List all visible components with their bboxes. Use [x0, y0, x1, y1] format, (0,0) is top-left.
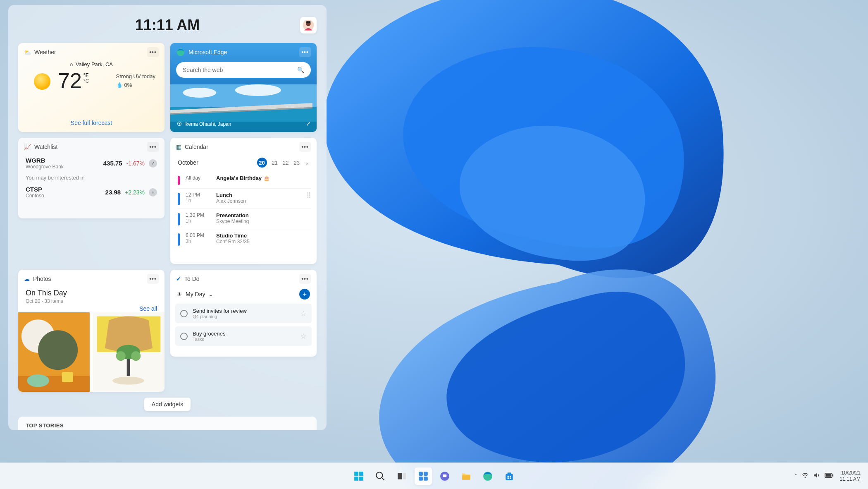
svg-rect-33 [403, 473, 406, 479]
svg-line-31 [382, 477, 384, 480]
weather-widget[interactable]: ⛅Weather ••• ⌂Valley Park, CA [18, 43, 165, 132]
user-avatar[interactable] [300, 17, 317, 34]
volume-icon[interactable] [813, 472, 820, 480]
svg-rect-47 [510, 477, 511, 479]
calendar-event[interactable]: 6:00 PM3hStudio TimeConf Rm 32/35 [178, 229, 311, 249]
stock-change: -1.67% [126, 160, 145, 167]
edge-search-input[interactable]: Search the web 🔍 [176, 62, 311, 78]
watchlist-item[interactable]: WGRB Woodgrove Bank 435.75 -1.67% ✓ [18, 154, 165, 172]
calendar-day[interactable]: 23 [294, 160, 300, 166]
sun-icon: ☀ [177, 291, 182, 297]
todo-list-selector[interactable]: ☀ My Day ⌄ [177, 291, 213, 297]
expand-icon[interactable]: ⤢ [306, 120, 311, 127]
svg-rect-46 [508, 477, 509, 479]
svg-rect-37 [424, 477, 428, 481]
droplet-icon: 💧 [116, 82, 123, 88]
calendar-title: Calendar [185, 144, 208, 150]
svg-point-24 [131, 351, 141, 361]
star-icon[interactable]: ☆ [300, 309, 307, 318]
panel-clock: 11:11 AM [35, 17, 300, 34]
calendar-icon: ▦ [176, 144, 181, 150]
watchlist-item[interactable]: CTSP Contoso 23.98 +2.23% + [18, 183, 165, 201]
svg-point-8 [235, 84, 281, 96]
calendar-day[interactable]: 21 [272, 160, 278, 166]
drag-handle-icon[interactable]: •••••• [307, 192, 311, 198]
edge-widget[interactable]: Microsoft Edge ••• Search the web 🔍 [170, 43, 317, 132]
todo-checkbox[interactable] [180, 333, 188, 340]
tray-chevron-icon[interactable]: ˄ [794, 473, 797, 479]
calendar-widget[interactable]: ▦Calendar ••• October 20 21 22 23 ⌄ All … [170, 138, 317, 264]
search-icon: 🔍 [297, 67, 304, 73]
start-button[interactable] [350, 467, 367, 485]
weather-forecast-link[interactable]: See full forecast [18, 120, 165, 126]
add-icon[interactable]: + [149, 188, 157, 197]
photos-widget[interactable]: ☁Photos ••• On This Day Oct 20 · 33 item… [18, 270, 165, 392]
svg-rect-34 [419, 472, 423, 476]
svg-point-7 [183, 88, 216, 98]
calendar-month: October [178, 159, 198, 166]
unit-f[interactable]: °F [83, 72, 89, 78]
chevron-down-icon[interactable]: ⌄ [305, 160, 309, 166]
battery-icon[interactable] [825, 472, 834, 479]
file-explorer-button[interactable] [458, 467, 475, 485]
weather-precip: 0% [124, 82, 132, 88]
weather-more-button[interactable]: ••• [147, 47, 159, 57]
photos-more-button[interactable]: ••• [147, 274, 159, 284]
add-widgets-button[interactable]: Add widgets [144, 398, 191, 411]
todo-widget[interactable]: ✔To Do ••• ☀ My Day ⌄ ＋ Send invites for… [170, 270, 317, 357]
edge-location: Ikema Ohashi, Japan [184, 121, 231, 127]
svg-point-4 [34, 73, 50, 90]
calendar-day-today[interactable]: 20 [257, 158, 267, 168]
calendar-event[interactable]: 1:30 PM1hPresentationSkype Meeting [178, 209, 311, 229]
photos-subtitle: Oct 20 · 33 items [26, 298, 157, 304]
photos-see-all-link[interactable]: See all [139, 305, 157, 312]
chart-icon: 📈 [24, 144, 31, 150]
photo-thumbnail[interactable] [93, 312, 165, 392]
pin-icon: ⦿ [177, 121, 182, 127]
unit-c[interactable]: °C [83, 78, 89, 84]
sun-icon [32, 72, 52, 91]
svg-point-48 [805, 477, 806, 478]
todo-checkbox[interactable] [180, 310, 188, 317]
svg-rect-51 [826, 474, 832, 477]
wifi-icon[interactable] [801, 472, 809, 480]
calendar-day[interactable]: 22 [283, 160, 289, 166]
todo-title: To Do [184, 276, 200, 282]
todo-item[interactable]: Buy groceriesTasks ☆ [175, 326, 312, 346]
taskbar: ˄ 10/20/21 11:11 AM [0, 463, 868, 489]
edge-browser-button[interactable] [479, 467, 496, 485]
todo-add-button[interactable]: ＋ [299, 289, 310, 300]
watchlist-widget[interactable]: 📈Watchlist ••• WGRB Woodgrove Bank 435.7… [18, 138, 165, 218]
stock-symbol: CTSP [26, 186, 44, 193]
todo-item[interactable]: Send invites for reviewQ4 planning ☆ [175, 304, 312, 323]
weather-location: Valley Park, CA [76, 61, 113, 67]
calendar-event[interactable]: All dayAngela's Birthday 🎂 [178, 172, 311, 188]
edge-title: Microsoft Edge [188, 49, 227, 55]
svg-rect-44 [508, 475, 509, 477]
widgets-button[interactable] [415, 467, 432, 485]
event-time: All day [186, 175, 210, 181]
svg-rect-43 [508, 472, 511, 474]
search-button[interactable] [372, 467, 389, 485]
svg-rect-27 [359, 472, 363, 476]
star-icon[interactable]: ☆ [300, 332, 307, 341]
stock-value: 23.98 [105, 189, 121, 196]
watchlist-more-button[interactable]: ••• [147, 142, 159, 152]
edge-more-button[interactable]: ••• [299, 47, 311, 57]
photos-icon: ☁ [24, 276, 30, 282]
weather-title: Weather [34, 49, 56, 55]
calendar-more-button[interactable]: ••• [299, 142, 311, 152]
check-icon[interactable]: ✓ [149, 159, 157, 168]
photo-thumbnail[interactable] [18, 312, 90, 392]
task-view-button[interactable] [393, 467, 410, 485]
stock-symbol: WGRB [26, 157, 64, 164]
store-button[interactable] [501, 467, 518, 485]
taskbar-clock[interactable]: 10/20/21 11:11 AM [839, 470, 861, 482]
todo-text: Send invites for reviewQ4 planning [193, 308, 247, 319]
calendar-event[interactable]: 12 PM1hLunchAlex Johnson•••••• [178, 188, 311, 209]
stock-change: +2.23% [125, 189, 145, 196]
edge-search-placeholder: Search the web [183, 67, 223, 73]
chat-button[interactable] [436, 467, 453, 485]
todo-more-button[interactable]: ••• [299, 274, 311, 284]
photos-heading: On This Day [26, 289, 157, 297]
